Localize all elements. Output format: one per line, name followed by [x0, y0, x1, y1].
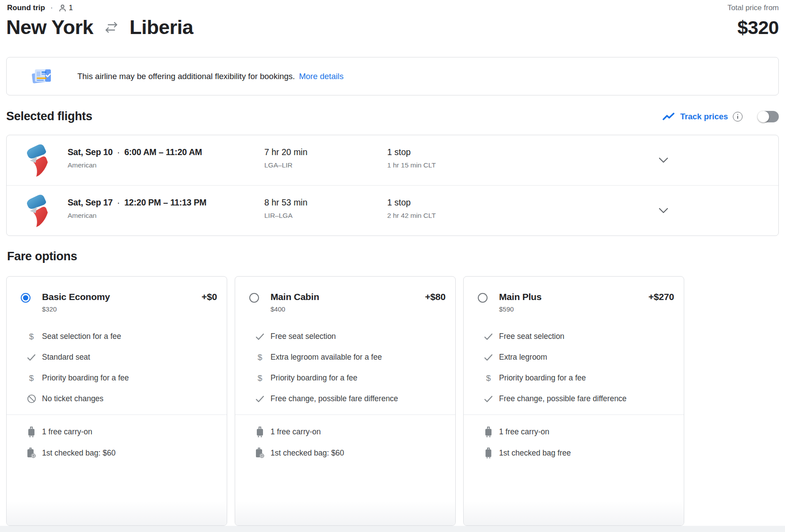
baggage-item: 1 free carry-on: [7, 421, 227, 442]
fare-delta-price: +$0: [202, 292, 217, 302]
baggage-item: 1 free carry-on: [464, 421, 684, 442]
track-prices-label[interactable]: Track prices: [680, 112, 728, 122]
flight-stops: 1 stop: [387, 198, 436, 208]
more-details-link[interactable]: More details: [299, 72, 343, 81]
fare-price: $320: [42, 305, 110, 313]
fare-name: Main Plus: [499, 292, 541, 302]
fare-feature-text: Extra legroom: [499, 353, 547, 362]
info-icon[interactable]: [733, 112, 743, 122]
divider: [7, 414, 227, 415]
chevron-down-icon[interactable]: [659, 208, 668, 213]
flight-route: LGA–LIR: [264, 161, 308, 169]
baggage-text: 1st checked bag: $60: [42, 448, 115, 458]
flight-duration-col: 7 hr 20 min LGA–LIR: [264, 147, 308, 169]
fare-delta-price: +$270: [648, 292, 674, 302]
fare-feature-text: Free change, possible fare difference: [499, 394, 627, 403]
fare-feature-text: Extra legroom available for a fee: [271, 353, 382, 362]
separator-dot: ·: [117, 147, 120, 157]
radio-button-unselected[interactable]: [249, 293, 259, 303]
flight-stops-col: 1 stop 1 hr 15 min CLT: [387, 147, 436, 169]
fare-price: $590: [499, 305, 541, 313]
chevron-down-icon[interactable]: [659, 157, 668, 163]
carry-on-bag-icon: [483, 426, 494, 437]
flight-duration-col: 8 hr 53 min LIR–LGA: [264, 198, 308, 220]
radio-button-unselected[interactable]: [478, 293, 488, 303]
radio-button-selected[interactable]: [21, 293, 30, 303]
fare-card-main-cabin[interactable]: Main Cabin $400 +$80 Free seat selection…: [235, 276, 456, 526]
fare-feature: Extra legroom: [464, 347, 684, 368]
fare-feature-list: Free seat selection $ Extra legroom avai…: [235, 326, 455, 409]
flight-times: 12:20 PM – 11:13 PM: [124, 198, 206, 208]
person-icon: [58, 4, 67, 12]
track-prices-toggle[interactable]: [758, 111, 779, 122]
baggage-text: 1 free carry-on: [499, 427, 549, 437]
dollar-icon: $: [26, 332, 37, 342]
fare-feature: No ticket changes: [7, 388, 227, 409]
flight-booking-page: Round trip · 1 New York Liberia Total pr…: [0, 0, 785, 532]
fare-card-basic-economy[interactable]: Basic Economy $320 +$0 $ Seat selection …: [6, 276, 227, 526]
dollar-icon: $: [255, 353, 265, 362]
dollar-icon: $: [26, 373, 37, 383]
fare-feature: Standard seat: [7, 347, 227, 368]
ticket-flexibility-icon: [31, 67, 52, 86]
separator-dot: ·: [50, 4, 53, 12]
flexibility-banner: This airline may be offering additional …: [6, 57, 779, 95]
fare-feature-text: Free seat selection: [271, 332, 336, 341]
airline-name: American: [68, 212, 206, 220]
trip-meta: Round trip · 1: [7, 4, 73, 12]
passenger-count-value: 1: [69, 4, 73, 12]
fare-delta-price: +$80: [425, 292, 446, 302]
fare-feature-text: Priority boarding for a fee: [42, 373, 129, 383]
flight-stops-col: 1 stop 2 hr 42 min CLT: [387, 198, 436, 220]
check-icon: [483, 395, 494, 403]
fare-feature: $ Priority boarding for a fee: [7, 368, 227, 388]
total-price-label: Total price from: [728, 4, 779, 12]
fare-baggage-list: 1 free carry-on 1st checked bag free: [464, 421, 684, 464]
fare-feature: $ Priority boarding for a fee: [235, 368, 455, 388]
fare-card-header: Main Cabin $400 +$80: [235, 277, 455, 313]
origin-city: New York: [6, 16, 93, 39]
selected-flights-header: Selected flights Track prices: [6, 110, 779, 123]
flight-times: 6:00 AM – 11:20 AM: [124, 147, 202, 157]
fare-card-main-plus[interactable]: Main Plus $590 +$270 Free seat selection…: [463, 276, 684, 526]
baggage-item: 1st checked bag free: [464, 442, 684, 464]
fare-feature: $ Priority boarding for a fee: [464, 368, 684, 388]
fare-feature-text: Free change, possible fare difference: [271, 394, 398, 403]
checked-bag-add-icon: [26, 447, 37, 459]
fare-card-header: Basic Economy $320 +$0: [7, 277, 227, 313]
destination-city: Liberia: [130, 16, 193, 39]
check-icon: [255, 395, 265, 403]
baggage-text: 1st checked bag free: [499, 448, 571, 458]
dollar-icon: $: [255, 373, 265, 383]
fare-feature-text: Seat selection for a fee: [42, 332, 121, 341]
route-title: New York Liberia: [6, 16, 193, 39]
fare-options-title: Fare options: [7, 250, 77, 263]
check-icon: [26, 354, 37, 361]
flight-row-outbound[interactable]: Sat, Sep 10 · 6:00 AM – 11:20 AM America…: [7, 135, 778, 186]
fare-feature: Free seat selection: [464, 326, 684, 347]
dollar-icon: $: [483, 373, 494, 383]
price-trend-icon: [662, 112, 675, 121]
flight-stop-detail: 2 hr 42 min CLT: [387, 212, 436, 220]
flight-duration: 7 hr 20 min: [264, 147, 308, 157]
fare-feature: $ Extra legroom available for a fee: [235, 347, 455, 368]
flight-row-return[interactable]: Sat, Sep 17 · 12:20 PM – 11:13 PM Americ…: [7, 186, 778, 236]
separator-dot: ·: [117, 198, 120, 208]
total-price-value: $320: [737, 17, 779, 38]
fare-feature-list: $ Seat selection for a fee Standard seat…: [7, 326, 227, 409]
fare-feature-text: Priority boarding for a fee: [271, 373, 358, 383]
airline-name: American: [68, 161, 202, 169]
check-icon: [483, 354, 494, 361]
checked-bag-add-icon: [255, 447, 265, 459]
baggage-item: 1st checked bag: $60: [235, 442, 455, 464]
american-airlines-logo: [24, 144, 50, 177]
baggage-text: 1 free carry-on: [42, 427, 92, 437]
trip-type-label: Round trip: [7, 4, 45, 12]
passenger-count: 1: [58, 4, 73, 12]
fare-feature: $ Seat selection for a fee: [7, 326, 227, 347]
flight-datetime-col: Sat, Sep 10 · 6:00 AM – 11:20 AM America…: [68, 147, 202, 169]
check-icon: [255, 333, 265, 340]
page-fold-strip: [0, 526, 785, 532]
flight-stop-detail: 1 hr 15 min CLT: [387, 161, 436, 169]
checked-bag-icon: [483, 447, 494, 459]
